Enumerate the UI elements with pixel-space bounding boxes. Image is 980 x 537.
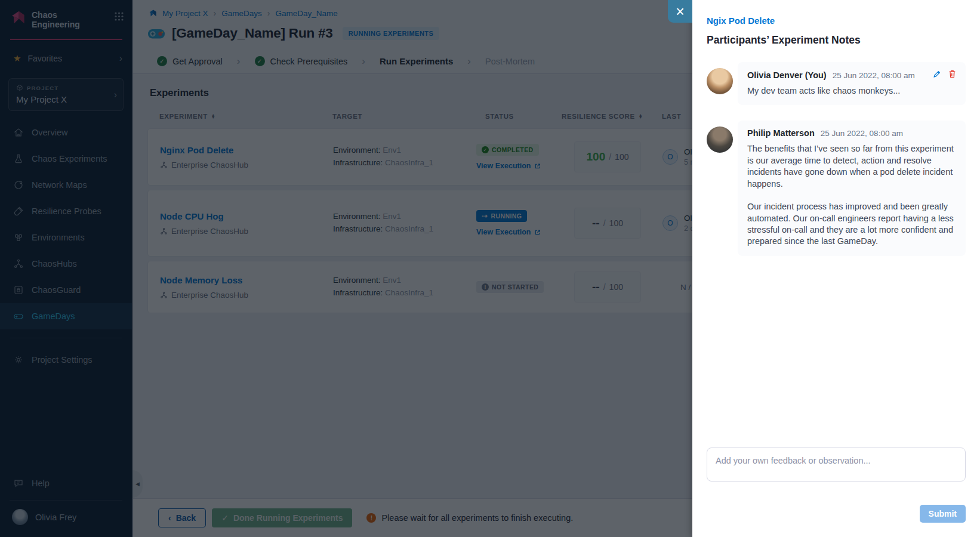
feedback-composer — [707, 448, 966, 484]
comment-body: The benefits that I’ve seen so far from … — [747, 143, 956, 247]
delete-comment-icon[interactable] — [948, 70, 956, 78]
close-panel-button[interactable]: × — [668, 0, 692, 23]
comment-timestamp: 25 Jun 2022, 08:00 am — [821, 129, 903, 138]
experiment-name-link[interactable]: Ngix Pod Delete — [707, 16, 966, 26]
submit-button[interactable]: Submit — [920, 505, 966, 523]
experiment-notes-panel: × Ngix Pod Delete Participants’ Experime… — [692, 0, 980, 537]
comment-author: Philip Matterson — [747, 128, 815, 138]
comment-author: Olivia Denver (You) — [747, 70, 827, 80]
app-root: Chaos Engineering ★ Favorites › PROJECT … — [0, 0, 980, 537]
feedback-input[interactable] — [707, 448, 966, 482]
comment-timestamp: 25 Jun 2022, 08:00 am — [833, 71, 915, 80]
close-icon: × — [676, 4, 685, 19]
edit-comment-icon[interactable] — [933, 70, 941, 78]
comment-body: My dev team acts like chaos monkeys... — [747, 85, 956, 97]
panel-heading: Participants’ Experiment Notes — [707, 34, 966, 47]
commenter-avatar — [707, 68, 733, 94]
comment-item: Philip Matterson 25 Jun 2022, 08:00 am T… — [707, 121, 966, 255]
comment-item: Olivia Denver (You) 25 Jun 2022, 08:00 a… — [707, 62, 966, 105]
commenter-avatar — [707, 126, 733, 153]
